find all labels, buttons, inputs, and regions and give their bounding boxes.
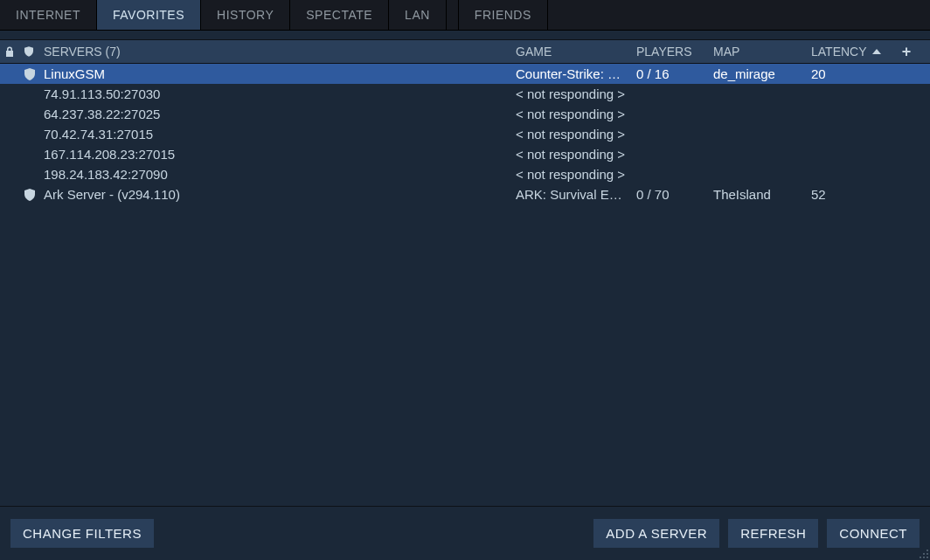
resize-grip[interactable] <box>918 548 928 558</box>
cell-game: < not responding > <box>510 107 631 121</box>
shield-icon <box>24 68 35 80</box>
cell-map: de_mirage <box>708 66 806 81</box>
cell-name: 167.114.208.23:27015 <box>38 147 510 162</box>
server-list: LinuxGSMCounter-Strike: Gl...0 / 16de_mi… <box>0 64 930 492</box>
cell-players: 0 / 70 <box>631 187 708 202</box>
tab-friends[interactable]: FRIENDS <box>459 0 548 30</box>
cell-players: 0 / 16 <box>631 66 708 81</box>
server-row[interactable]: 70.42.74.31:27015< not responding > <box>0 124 930 144</box>
column-header-add[interactable]: + <box>893 44 920 59</box>
plus-icon: + <box>902 44 912 59</box>
tab-internet[interactable]: INTERNET <box>0 0 97 30</box>
lock-icon <box>5 46 14 57</box>
change-filters-button[interactable]: CHANGE FILTERS <box>10 519 154 548</box>
cell-name: 198.24.183.42:27090 <box>38 167 510 182</box>
cell-game: ARK: Survival Evo... <box>510 187 631 202</box>
column-header-game[interactable]: GAME <box>510 45 631 59</box>
column-header-players[interactable]: PLAYERS <box>631 45 708 59</box>
cell-name: 74.91.113.50:27030 <box>38 86 510 101</box>
bottom-bar: CHANGE FILTERS ADD A SERVER REFRESH CONN… <box>0 506 930 560</box>
tab-spectate[interactable]: SPECTATE <box>290 0 389 30</box>
cell-game: < not responding > <box>510 167 631 182</box>
server-row[interactable]: 74.91.113.50:27030< not responding > <box>0 84 930 104</box>
tab-history[interactable]: HISTORY <box>201 0 290 30</box>
connect-button[interactable]: CONNECT <box>827 519 920 548</box>
cell-name: LinuxGSM <box>38 66 510 81</box>
cell-name: 64.237.38.22:27025 <box>38 107 510 121</box>
column-header-latency[interactable]: LATENCY <box>806 45 893 59</box>
sort-ascending-icon <box>872 49 881 54</box>
column-header-map[interactable]: MAP <box>708 45 806 59</box>
server-row[interactable]: Ark Server - (v294.110)ARK: Survival Evo… <box>0 184 930 204</box>
refresh-button[interactable]: REFRESH <box>728 519 818 548</box>
column-header-latency-label: LATENCY <box>811 45 867 59</box>
shield-icon <box>24 45 33 58</box>
cell-game: Counter-Strike: Gl... <box>510 66 631 81</box>
cell-game: < not responding > <box>510 86 631 101</box>
server-row[interactable]: 167.114.208.23:27015< not responding > <box>0 144 930 164</box>
column-header-secure[interactable] <box>19 45 38 58</box>
cell-map: TheIsland <box>708 187 806 202</box>
cell-secure <box>19 189 38 201</box>
tab-lan[interactable]: LAN <box>389 0 447 30</box>
column-header-password[interactable] <box>0 46 19 57</box>
server-row[interactable]: 64.237.38.22:27025< not responding > <box>0 104 930 124</box>
column-header-servers[interactable]: SERVERS (7) <box>38 45 510 59</box>
tabs-bar: INTERNET FAVORITES HISTORY SPECTATE LAN … <box>0 0 930 31</box>
shield-icon <box>24 189 35 201</box>
column-header-row: SERVERS (7) GAME PLAYERS MAP LATENCY + <box>0 39 930 64</box>
cell-game: < not responding > <box>510 127 631 142</box>
cell-name: 70.42.74.31:27015 <box>38 127 510 142</box>
cell-secure <box>19 68 38 80</box>
cell-latency: 20 <box>806 66 893 81</box>
server-row[interactable]: LinuxGSMCounter-Strike: Gl...0 / 16de_mi… <box>0 64 930 84</box>
cell-latency: 52 <box>806 187 893 202</box>
server-row[interactable]: 198.24.183.42:27090< not responding > <box>0 164 930 184</box>
tab-gap <box>447 0 459 30</box>
tab-favorites[interactable]: FAVORITES <box>97 0 201 30</box>
add-a-server-button[interactable]: ADD A SERVER <box>593 519 719 548</box>
cell-name: Ark Server - (v294.110) <box>38 187 510 202</box>
cell-game: < not responding > <box>510 147 631 162</box>
